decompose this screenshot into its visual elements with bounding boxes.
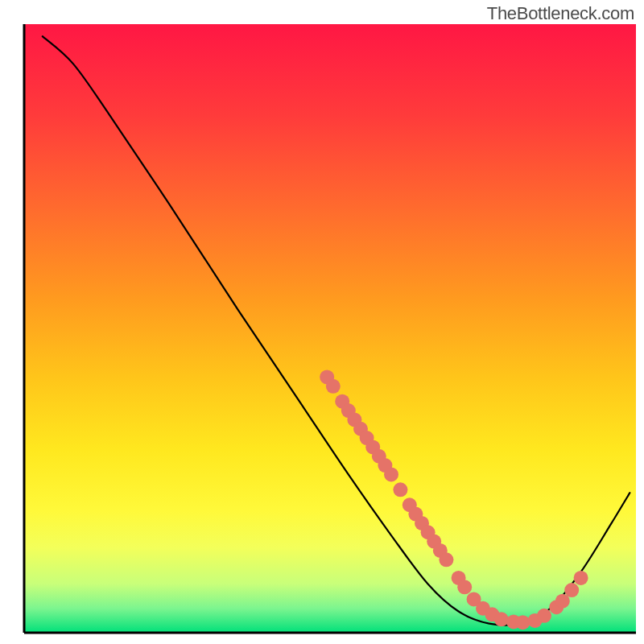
scatter-point	[384, 467, 398, 481]
scatter-point	[439, 552, 453, 567]
chart-background	[24, 24, 636, 633]
scatter-point	[574, 571, 588, 585]
scatter-point	[515, 615, 530, 630]
scatter-point	[564, 583, 579, 597]
watermark-label: TheBottleneck.com	[487, 3, 634, 24]
scatter-point	[393, 482, 407, 497]
scatter-point	[326, 379, 341, 394]
bottleneck-chart	[0, 0, 644, 644]
scatter-point	[457, 580, 472, 594]
scatter-point	[494, 612, 509, 626]
scatter-point	[537, 609, 551, 623]
